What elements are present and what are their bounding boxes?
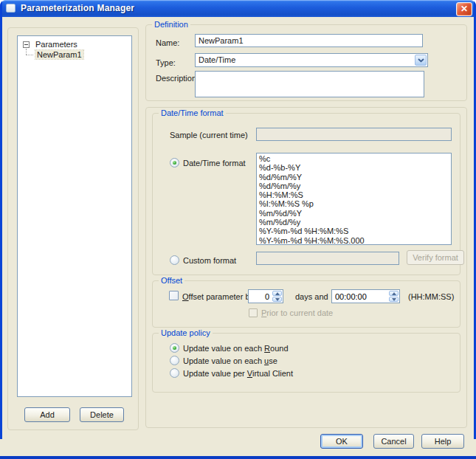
description-label: Description (156, 74, 196, 83)
chevron-down-icon (418, 58, 424, 63)
help-button[interactable]: Help (421, 434, 464, 449)
name-input[interactable] (195, 34, 423, 47)
offset-checkbox[interactable] (169, 291, 179, 300)
format-list-item[interactable]: %c (257, 154, 451, 163)
close-button[interactable]: ✕ (456, 2, 472, 16)
close-icon: ✕ (461, 4, 468, 14)
format-list-item[interactable]: %m/%d/%Y (257, 209, 451, 218)
update-each-round-label: Update value on each Round (183, 344, 289, 353)
hhmmss-label: (HH:MM:SS) (408, 292, 454, 302)
datetime-format-caption: Date/Time format (159, 108, 226, 118)
datetime-format-group: Date/Time format Sample (current time) D… (152, 113, 461, 275)
definition-caption: Definition (152, 19, 190, 30)
prior-checkbox-label: Prior to current date (261, 308, 333, 318)
type-label: Type: (156, 58, 176, 68)
days-input[interactable] (249, 291, 272, 302)
time-spin-down-button[interactable] (389, 297, 399, 302)
left-panel: Parameters NewParam1 Add Delete (7, 27, 139, 430)
days-and-label: days and (295, 292, 328, 302)
format-list-item[interactable]: %m/%d/%y (257, 218, 451, 227)
name-label: Name: (156, 38, 179, 48)
days-spin-down-button[interactable] (272, 297, 282, 302)
days-spinner (248, 289, 283, 303)
description-textarea[interactable] (195, 71, 424, 97)
combo-arrow-button[interactable] (415, 55, 427, 66)
format-list-item[interactable]: %I:%M:%S %p (257, 199, 451, 208)
format-list-item[interactable]: %d-%b-%Y (257, 163, 451, 172)
format-listbox[interactable]: %c %d-%b-%Y %d/%m/%Y %d/%m/%y %H:%M:%S %… (256, 153, 452, 245)
datetime-format-radio-label: Date/Time format (183, 159, 246, 168)
collapse-icon[interactable] (23, 41, 30, 48)
type-select[interactable]: Date/Time (195, 53, 428, 67)
time-spin-up-button[interactable] (389, 291, 399, 296)
window-title: Parameterization Manager (21, 3, 134, 13)
custom-format-input (256, 252, 399, 265)
titlebar[interactable]: Parameterization Manager ✕ (0, 0, 476, 17)
add-button[interactable]: Add (24, 407, 70, 422)
offset-caption: Offset (159, 275, 184, 286)
format-list-item[interactable]: %H:%M:%S (257, 190, 451, 199)
spin-down-icon (392, 298, 396, 301)
format-list-item[interactable]: %Y-%m-%d %H:%M:%S.000 (257, 236, 451, 245)
format-list-item[interactable]: %d/%m/%y (257, 182, 451, 190)
cancel-button[interactable]: Cancel (373, 434, 414, 449)
update-policy-caption: Update policy (159, 328, 213, 338)
window-border-bottom (0, 456, 476, 459)
parameters-tree: Parameters NewParam1 (17, 35, 132, 397)
verify-format-button: Verify format (407, 250, 464, 265)
definition-group: Definition Name: Type: Date/Time Descrip… (145, 24, 467, 101)
time-spinner (331, 289, 400, 303)
type-selected-value: Date/Time (199, 55, 235, 65)
sample-label: Sample (current time) (170, 131, 248, 140)
datetime-format-radio[interactable] (170, 158, 179, 168)
delete-button[interactable]: Delete (80, 407, 124, 422)
spin-up-icon (392, 292, 396, 295)
ok-button[interactable]: OK (320, 434, 363, 449)
window-border-left (0, 0, 2, 439)
days-spin-up-button[interactable] (272, 291, 282, 296)
format-list-item[interactable]: %d/%m/%Y (257, 173, 451, 182)
spin-down-icon (275, 298, 280, 301)
update-each-use-label: Update value on each use (183, 356, 277, 366)
format-list-item[interactable]: %Y-%m-%d %H:%M:%S (257, 227, 451, 235)
offset-checkbox-label: Offset parameter by (182, 292, 254, 302)
custom-format-radio-label: Custom format (183, 256, 236, 266)
parameterization-manager-dialog: Parameterization Manager ✕ Parameters Ne… (0, 0, 476, 459)
spin-up-icon (275, 292, 280, 295)
update-policy-group: Update policy Update value on each Round… (152, 333, 461, 393)
tree-item-newparam1[interactable]: NewParam1 (35, 49, 83, 60)
tree-connector (26, 55, 33, 55)
prior-checkbox (249, 308, 258, 317)
update-each-round-radio[interactable] (170, 343, 179, 353)
datetime-outer-panel: Date/Time format Sample (current time) D… (145, 107, 467, 428)
tree-item-parameters[interactable]: Parameters (35, 39, 77, 49)
custom-format-radio[interactable] (170, 255, 179, 265)
window-icon (6, 4, 15, 13)
sample-field (256, 128, 452, 141)
offset-group: Offset Offset parameter by days and (HH:… (152, 280, 461, 328)
update-per-vc-label: Update value per Virtual Client (183, 369, 293, 379)
tree-connector (26, 49, 27, 55)
time-input[interactable] (333, 291, 388, 302)
update-per-vc-radio[interactable] (170, 368, 179, 378)
update-each-use-radio[interactable] (170, 356, 179, 365)
